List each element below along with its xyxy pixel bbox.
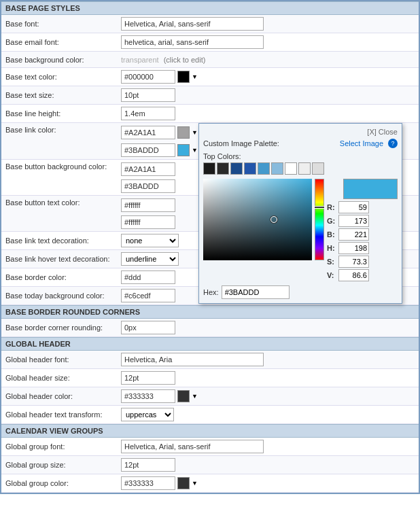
field-row-s: S:: [327, 256, 398, 268]
label-global-header-font: Global header font:: [5, 355, 121, 364]
input-base-border-color[interactable]: [121, 270, 175, 284]
custom-image-row: Custom Image Palette: Select Image ?: [203, 139, 398, 148]
input-base-email-font[interactable]: [121, 35, 264, 49]
field-row-v: V:: [327, 269, 398, 281]
input-global-header-font[interactable]: [121, 353, 264, 366]
value-link-hover-decoration: none underline overline line-through: [121, 252, 179, 266]
row-base-email-font: Base email font:: [1, 33, 419, 52]
global-header-color-arrow[interactable]: ▼: [192, 393, 198, 400]
top-swatch-6[interactable]: [285, 162, 297, 175]
input-global-header-color[interactable]: [121, 389, 175, 403]
label-s: S:: [327, 258, 336, 266]
gradient-dark-overlay: [203, 179, 312, 260]
value-global-group-font: [121, 440, 264, 453]
input-global-group-color[interactable]: [121, 476, 175, 490]
top-swatch-4[interactable]: [258, 162, 270, 175]
input-g[interactable]: [338, 215, 369, 227]
value-global-header-size: [121, 371, 175, 385]
section-global-header: GLOBAL HEADER: [1, 337, 419, 351]
swatch-link-color-hover[interactable]: [177, 144, 190, 156]
input-h[interactable]: [338, 242, 369, 254]
input-base-font[interactable]: [121, 17, 264, 31]
top-colors-label: Top Colors:: [203, 152, 398, 160]
top-swatch-2[interactable]: [230, 162, 243, 175]
top-swatch-1[interactable]: [217, 162, 229, 175]
input-button-bg-link[interactable]: [121, 162, 175, 176]
value-base-border-corner-rounding: [121, 321, 175, 334]
input-button-text-link[interactable]: [121, 198, 175, 212]
gradient-color-box[interactable]: [203, 179, 312, 260]
label-h: H:: [327, 244, 336, 252]
color-crosshair: [270, 216, 277, 223]
input-global-group-size[interactable]: [121, 458, 175, 472]
hex-label: Hex:: [203, 288, 219, 296]
label-base-border-color: Base border color:: [5, 273, 121, 281]
value-global-group-size: [121, 458, 175, 472]
swatch-global-group-color[interactable]: [177, 477, 190, 489]
top-swatch-5[interactable]: [271, 162, 283, 175]
input-global-header-size[interactable]: [121, 371, 175, 385]
input-global-group-font[interactable]: [121, 440, 264, 453]
label-base-font: Base font:: [5, 20, 121, 28]
select-link-hover-decoration[interactable]: none underline overline line-through: [121, 252, 179, 266]
top-swatch-7[interactable]: [298, 162, 311, 175]
row-base-border-corner-rounding: Base border corner rounding:: [1, 319, 419, 337]
label-base-text-size: Base text size:: [5, 91, 121, 99]
row-global-header-size: Global header size:: [1, 369, 419, 387]
row-global-group-size: Global group size:: [1, 456, 419, 474]
label-base-email-font: Base email font:: [5, 38, 121, 46]
hover-swatch-arrow[interactable]: ▼: [192, 147, 198, 154]
field-row-g: G:: [327, 215, 398, 227]
input-button-text-hover[interactable]: [121, 215, 175, 229]
help-button[interactable]: ?: [388, 139, 398, 148]
select-global-header-text-transform[interactable]: uppercas uppercase lowercase none capita…: [121, 408, 174, 421]
close-button[interactable]: [X] Close: [367, 128, 398, 136]
input-v[interactable]: [338, 269, 369, 281]
label-base-border-corner-rounding: Base border corner rounding:: [5, 324, 121, 332]
input-base-border-corner-rounding[interactable]: [121, 321, 175, 334]
label-global-header-size: Global header size:: [5, 374, 121, 382]
color-preview-box: [343, 179, 398, 199]
bg-color-placeholder: transparent: [121, 56, 159, 64]
row-base-link-color: Base link color: ▼ :link sample link ✎ ▼…: [1, 123, 419, 160]
custom-image-label: Custom Image Palette:: [203, 139, 279, 147]
top-swatch-0[interactable]: [203, 162, 215, 175]
field-row-h: H:: [327, 242, 398, 254]
top-swatch-8[interactable]: [312, 162, 324, 175]
value-link-text-decoration: none underline overline line-through: [121, 234, 179, 247]
hue-slider[interactable]: [315, 179, 324, 260]
global-group-color-arrow[interactable]: ▼: [192, 480, 198, 487]
label-global-group-size: Global group size:: [5, 461, 121, 469]
input-r[interactable]: [338, 201, 369, 213]
right-panel: R: G: B: H:: [327, 179, 398, 281]
value-base-button-text-color: [121, 198, 175, 229]
top-swatch-3[interactable]: [244, 162, 256, 175]
input-base-text-size[interactable]: [121, 88, 175, 102]
input-link-color-hover[interactable]: [121, 143, 175, 157]
input-button-bg-hover[interactable]: [121, 179, 175, 193]
click-to-edit-text[interactable]: (click to edit): [164, 56, 206, 64]
field-row-b: B:: [327, 228, 398, 241]
link-swatch-arrow[interactable]: ▼: [192, 129, 198, 136]
input-base-line-height[interactable]: [121, 107, 175, 120]
input-link-color-link[interactable]: [121, 126, 175, 139]
swatch-base-text-color[interactable]: [177, 71, 190, 83]
swatch-link-color-link[interactable]: [177, 126, 190, 139]
input-b[interactable]: [338, 228, 369, 241]
input-s[interactable]: [338, 256, 369, 268]
select-image-link[interactable]: Select Image: [340, 139, 383, 147]
label-global-group-color: Global group color:: [5, 479, 121, 487]
swatch-global-header-color[interactable]: [177, 390, 190, 402]
value-global-group-color: ▼: [121, 476, 198, 490]
label-global-group-font: Global group font:: [5, 442, 121, 451]
label-base-button-text-color: Base button text color:: [5, 198, 121, 207]
label-base-button-bg-color: Base button background color:: [5, 162, 121, 171]
input-base-today-bg-color[interactable]: [121, 289, 175, 302]
row-base-bg-color: Base background color: transparent (clic…: [1, 52, 419, 68]
swatch-dropdown-arrow[interactable]: ▼: [192, 73, 198, 80]
select-link-text-decoration[interactable]: none underline overline line-through: [121, 234, 179, 247]
row-base-text-color: Base text color: ▼: [1, 68, 419, 86]
input-base-text-color[interactable]: [121, 70, 175, 84]
label-base-today-bg-color: Base today background color:: [5, 292, 121, 300]
hex-input[interactable]: [222, 285, 290, 299]
